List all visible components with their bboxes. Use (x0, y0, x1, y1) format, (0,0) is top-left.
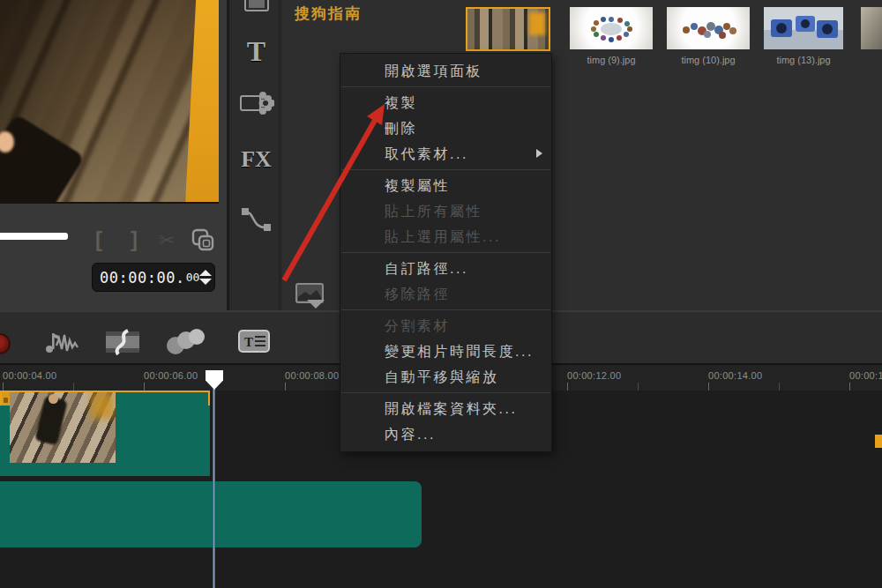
split-clip-button-scissors-icon[interactable]: ✂ (159, 229, 175, 252)
mark-out-button[interactable]: ] (131, 227, 138, 252)
gallery-thumbnail[interactable] (764, 7, 843, 49)
clip-context-menu: 開啟選項面板 複製 刪除 取代素材... 複製屬性 貼上所有屬性 貼上選用屬性.… (340, 53, 552, 452)
edit-step-sidebar: T FX (232, 0, 280, 310)
trim-progress-bar[interactable] (0, 233, 68, 240)
menu-item-remove-path: 移除路徑 (340, 281, 551, 307)
graphics-tool-icon[interactable] (232, 90, 280, 120)
ruler-timestamp: 00:00:16.00 (849, 370, 882, 381)
menu-item-delete[interactable]: 刪除 (340, 115, 551, 141)
preview-monitor (0, 0, 219, 204)
gallery-thumbnail[interactable] (667, 7, 750, 49)
menu-item-properties[interactable]: 內容... (340, 421, 551, 447)
menu-item-paste-all-attributes: 貼上所有屬性 (340, 198, 551, 224)
menu-item-copy-attributes[interactable]: 複製屬性 (340, 173, 551, 198)
videostudio-app: [ ] ✂ 00:00:00.00 T (0, 0, 882, 588)
menu-separator (341, 169, 550, 170)
fx-filter-tool-icon[interactable]: FX (232, 146, 280, 173)
gallery-category-dropdown-icon[interactable] (295, 282, 333, 312)
menu-separator (341, 309, 550, 310)
submenu-arrow-icon (536, 149, 542, 158)
clip-thumbnail (10, 392, 116, 463)
sound-mixer-icon[interactable] (42, 328, 83, 360)
enlarge-preview-icon[interactable] (191, 227, 215, 256)
ruler-timestamp: 00:00:06.00 (144, 370, 198, 381)
ruler-timestamp: 00:00:04.00 (3, 370, 56, 381)
playhead-line (213, 389, 215, 588)
menu-separator (341, 392, 550, 393)
overlay-track-clip[interactable] (0, 481, 422, 547)
menu-separator (341, 86, 550, 87)
menu-separator (341, 252, 550, 253)
gallery-thumbnail-partial[interactable] (861, 7, 882, 49)
transition-effects-icon[interactable] (102, 328, 143, 360)
menu-item-replace-clip[interactable]: 取代素材... (340, 141, 551, 167)
thumbnail-filename: timg (10).jpg (667, 55, 750, 65)
clip-trim-handle[interactable] (875, 435, 882, 448)
menu-item-auto-pan-zoom[interactable]: 自動平移與縮放 (340, 364, 551, 390)
media-library-icon[interactable] (232, 0, 280, 16)
ruler-timestamp: 00:00:08.00 (285, 370, 339, 381)
ruler-timestamp: 00:00:14.00 (708, 370, 762, 381)
ruler-timestamp: 00:00:12.00 (567, 370, 621, 381)
menu-item-paste-optional-attributes: 貼上選用屬性... (340, 224, 551, 249)
menu-item-copy[interactable]: 複製 (340, 90, 551, 115)
subtitle-editor-icon[interactable]: T (237, 328, 271, 358)
thumbnail-filename: timg (13).jpg (764, 55, 843, 65)
menu-item-open-file-folder[interactable]: 開啟檔案資料夾... (340, 396, 551, 421)
gallery-thumbnail-selected[interactable] (466, 7, 550, 51)
color-grading-icon[interactable] (164, 328, 208, 360)
menu-item-change-photo-duration[interactable]: 變更相片時間長度... (340, 339, 551, 364)
title-tool-icon[interactable]: T (232, 35, 280, 68)
thumbnail-filename: timg (9).jpg (570, 55, 653, 65)
timecode-stepper[interactable] (199, 270, 212, 285)
watermark-text: 搜狗指南 (295, 4, 362, 24)
timecode-value: 00:00:00. (100, 269, 185, 287)
mark-in-button[interactable]: [ (95, 227, 102, 252)
svg-text:T: T (244, 335, 253, 349)
menu-item-split-clip: 分割素材 (340, 313, 551, 339)
motion-path-tool-icon[interactable] (232, 205, 280, 238)
stepper-down-icon[interactable] (199, 279, 212, 285)
menu-item-open-options-panel[interactable]: 開啟選項面板 (340, 58, 551, 84)
menu-item-customize-path[interactable]: 自訂路徑... (340, 256, 551, 281)
stepper-up-icon[interactable] (199, 270, 212, 276)
gallery-thumbnail[interactable] (570, 7, 653, 49)
timecode-display[interactable]: 00:00:00.00 (92, 263, 215, 292)
timecode-frames: 00 (186, 271, 200, 284)
preview-panel: [ ] ✂ 00:00:00.00 (0, 0, 229, 310)
record-capture-icon[interactable] (0, 333, 11, 354)
